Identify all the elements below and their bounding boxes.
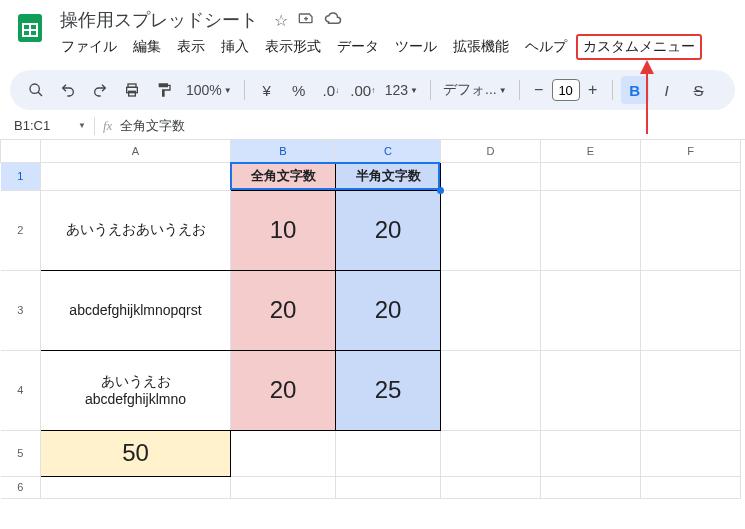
row-header-1[interactable]: 1 <box>1 162 41 190</box>
row-header-5[interactable]: 5 <box>1 430 41 476</box>
col-header-a[interactable]: A <box>41 140 231 162</box>
star-icon[interactable]: ☆ <box>274 11 288 30</box>
search-icon[interactable] <box>22 76 50 104</box>
increase-decimal-icon[interactable]: .00↑ <box>349 76 377 104</box>
cell-e4[interactable] <box>541 350 641 430</box>
doc-title[interactable]: 操作用スプレッドシート <box>54 6 264 34</box>
menu-tools[interactable]: ツール <box>388 34 444 60</box>
decrease-decimal-icon[interactable]: .0↓ <box>317 76 345 104</box>
cell-f3[interactable] <box>641 270 741 350</box>
strikethrough-button[interactable]: S <box>685 76 713 104</box>
bold-button[interactable]: B <box>621 76 649 104</box>
cell-c4[interactable]: 25 <box>336 350 441 430</box>
cell-e5[interactable] <box>541 430 641 476</box>
cell-c5[interactable] <box>336 430 441 476</box>
cell-d2[interactable] <box>441 190 541 270</box>
cell-e2[interactable] <box>541 190 641 270</box>
cell-a3[interactable]: abcdefghijklmnopqrst <box>41 270 231 350</box>
menu-extensions[interactable]: 拡張機能 <box>446 34 516 60</box>
menu-custom[interactable]: カスタムメニュー <box>576 34 702 60</box>
cell-d5[interactable] <box>441 430 541 476</box>
cell-f2[interactable] <box>641 190 741 270</box>
menu-insert[interactable]: 挿入 <box>214 34 256 60</box>
cell-f4[interactable] <box>641 350 741 430</box>
menu-view[interactable]: 表示 <box>170 34 212 60</box>
col-header-f[interactable]: F <box>641 140 741 162</box>
name-box[interactable]: B1:C1 <box>10 116 70 135</box>
cell-e6[interactable] <box>541 476 641 498</box>
menu-data[interactable]: データ <box>330 34 386 60</box>
cell-a6[interactable] <box>41 476 231 498</box>
italic-button[interactable]: I <box>653 76 681 104</box>
font-size-input[interactable] <box>552 79 580 101</box>
col-header-b[interactable]: B <box>231 140 336 162</box>
cell-e3[interactable] <box>541 270 641 350</box>
col-header-c[interactable]: C <box>336 140 441 162</box>
row-header-2[interactable]: 2 <box>1 190 41 270</box>
cell-c1[interactable]: 半角文字数 <box>336 162 441 190</box>
cell-d6[interactable] <box>441 476 541 498</box>
cell-a2[interactable]: あいうえおあいうえお <box>41 190 231 270</box>
cell-b2[interactable]: 10 <box>231 190 336 270</box>
cell-c2[interactable]: 20 <box>336 190 441 270</box>
cell-a4[interactable]: あいうえお abcdefghijklmno <box>41 350 231 430</box>
sheets-logo[interactable] <box>10 8 50 48</box>
print-icon[interactable] <box>118 76 146 104</box>
undo-icon[interactable] <box>54 76 82 104</box>
selection-handle[interactable] <box>437 187 444 194</box>
cell-b3[interactable]: 20 <box>231 270 336 350</box>
formula-bar[interactable]: 全角文字数 <box>120 117 185 135</box>
row-header-4[interactable]: 4 <box>1 350 41 430</box>
cell-b5[interactable] <box>231 430 336 476</box>
menu-help[interactable]: ヘルプ <box>518 34 574 60</box>
row-header-6[interactable]: 6 <box>1 476 41 498</box>
cell-a5[interactable]: 50 <box>41 430 231 476</box>
menu-file[interactable]: ファイル <box>54 34 124 60</box>
cell-a1[interactable] <box>41 162 231 190</box>
percent-icon[interactable]: % <box>285 76 313 104</box>
menu-bar: ファイル 編集 表示 挿入 表示形式 データ ツール 拡張機能 ヘルプ カスタム… <box>54 34 735 60</box>
spreadsheet-grid[interactable]: A B C D E F 1 全角文字数 半角文字数 2 あいうえおあいうえお 1… <box>0 140 741 499</box>
col-header-d[interactable]: D <box>441 140 541 162</box>
cell-c3[interactable]: 20 <box>336 270 441 350</box>
col-header-e[interactable]: E <box>541 140 641 162</box>
menu-format[interactable]: 表示形式 <box>258 34 328 60</box>
cell-b1[interactable]: 全角文字数 <box>231 162 336 190</box>
paint-format-icon[interactable] <box>150 76 178 104</box>
row-header-3[interactable]: 3 <box>1 270 41 350</box>
zoom-selector[interactable]: 100% ▼ <box>182 82 236 98</box>
svg-point-4 <box>30 84 39 93</box>
select-all-corner[interactable] <box>1 140 41 162</box>
cell-b6[interactable] <box>231 476 336 498</box>
svg-line-5 <box>38 92 42 96</box>
menu-edit[interactable]: 編集 <box>126 34 168 60</box>
increase-font-icon[interactable]: + <box>582 78 604 102</box>
currency-yen-icon[interactable]: ¥ <box>253 76 281 104</box>
font-selector[interactable]: デフォ... ▼ <box>439 81 511 99</box>
move-icon[interactable] <box>298 10 314 30</box>
cell-f5[interactable] <box>641 430 741 476</box>
namebox-caret-icon[interactable]: ▼ <box>78 121 86 130</box>
cell-c6[interactable] <box>336 476 441 498</box>
cloud-icon[interactable] <box>324 11 342 29</box>
redo-icon[interactable] <box>86 76 114 104</box>
cell-f1[interactable] <box>641 162 741 190</box>
cell-f6[interactable] <box>641 476 741 498</box>
cell-d4[interactable] <box>441 350 541 430</box>
fx-icon: fx <box>103 118 112 134</box>
decrease-font-icon[interactable]: − <box>528 78 550 102</box>
cell-d1[interactable] <box>441 162 541 190</box>
cell-d3[interactable] <box>441 270 541 350</box>
toolbar: 100% ▼ ¥ % .0↓ .00↑ 123 ▼ デフォ... ▼ − + B… <box>10 70 735 110</box>
number-format-selector[interactable]: 123 ▼ <box>381 82 422 98</box>
cell-e1[interactable] <box>541 162 641 190</box>
cell-b4[interactable]: 20 <box>231 350 336 430</box>
